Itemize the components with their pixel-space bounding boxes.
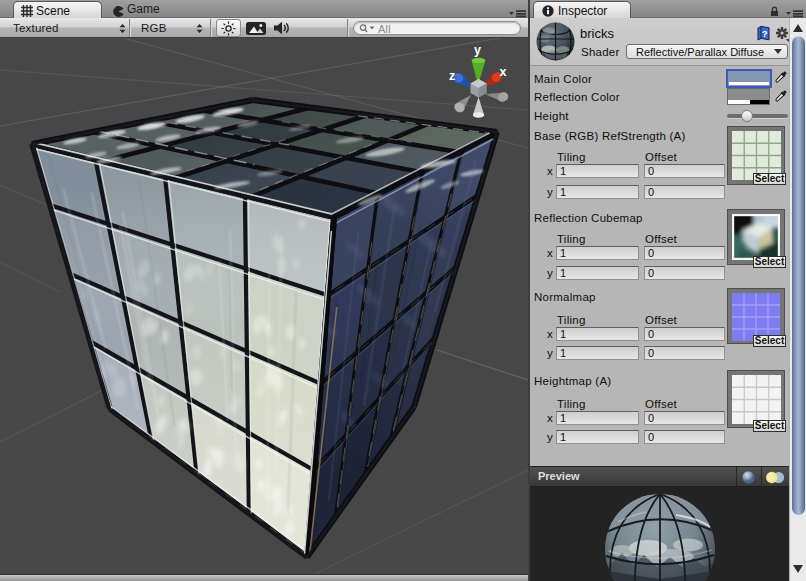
svg-text:x: x xyxy=(500,65,507,79)
svg-text:z: z xyxy=(449,69,455,83)
svg-text:y: y xyxy=(474,43,481,57)
svg-text:?: ? xyxy=(762,29,768,39)
